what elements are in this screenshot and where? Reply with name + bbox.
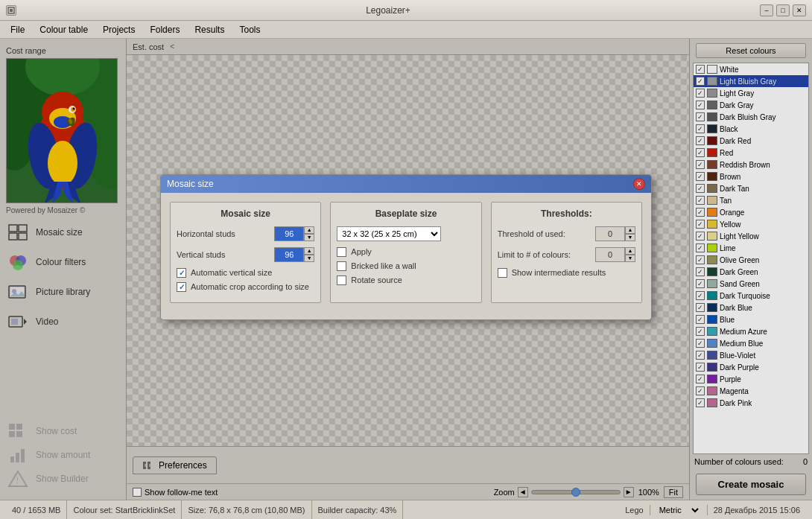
auto-vertical-label: Automatic vertical size <box>191 268 272 277</box>
modal-close-btn[interactable]: ✕ <box>633 178 645 190</box>
memory-value: 40 / 1653 MB <box>12 506 60 515</box>
capacity-status: Builder capacity: 43% <box>312 500 404 519</box>
vertical-label: Vertical studs <box>177 250 271 259</box>
modal-section-thresholds: Thresholds: Threshold of used: ▲ ▼ Limit <box>491 202 642 303</box>
minimize-btn[interactable]: – <box>760 4 773 16</box>
bricked-label: Bricked like a wall <box>351 261 416 270</box>
lego-value: Lego <box>625 506 649 515</box>
threshold-row: Threshold of used: ▲ ▼ <box>498 226 635 241</box>
vertical-spin[interactable]: ▲ ▼ <box>274 247 314 262</box>
limit-label: Limit to # of colours: <box>498 250 592 259</box>
threshold-field[interactable] <box>595 226 625 241</box>
limit-up[interactable]: ▲ <box>625 247 635 255</box>
bricked-cb[interactable] <box>337 261 346 271</box>
threshold-up[interactable]: ▲ <box>625 226 635 234</box>
modal-section-mosaic: Mosaic size Horizontal studs ▲ ▼ Vertica <box>170 202 321 303</box>
auto-crop-row[interactable]: Automatic crop according to size <box>177 282 314 292</box>
size-status: Size: 76,8 x 76,8 cm (10,80 MB) <box>182 500 311 519</box>
bricked-row[interactable]: Bricked like a wall <box>337 261 475 271</box>
datetime-value: 28 Декабрь 2015 15:06 <box>708 506 800 515</box>
limit-spin[interactable]: ▲ ▼ <box>595 247 635 262</box>
svg-rect-1 <box>10 9 13 12</box>
threshold-spin-btns: ▲ ▼ <box>625 226 635 241</box>
limit-spin-btns: ▲ ▼ <box>625 247 635 262</box>
title-bar: Legoaizer+ – □ ✕ <box>0 0 812 21</box>
auto-vertical-cb[interactable] <box>177 268 186 278</box>
horizontal-down[interactable]: ▼ <box>304 234 314 241</box>
threshold-label: Threshold of used: <box>498 229 592 238</box>
mosaic-size-dialog: Mosaic size ✕ Mosaic size Horizontal stu… <box>160 174 652 320</box>
modal-body: Mosaic size Horizontal studs ▲ ▼ Vertica <box>161 193 651 312</box>
auto-crop-cb[interactable] <box>177 282 186 292</box>
section2-title: Baseplate size <box>337 208 475 219</box>
horizontal-spin-btns: ▲ ▼ <box>304 226 314 241</box>
show-intermediate-cb[interactable] <box>498 268 507 278</box>
right-status: Lego Metric Imperial 28 Декабрь 2015 15:… <box>619 500 806 519</box>
close-btn[interactable]: ✕ <box>793 4 806 16</box>
metric-select[interactable]: Metric Imperial <box>656 505 701 515</box>
apply-row[interactable]: Apply <box>337 247 475 257</box>
memory-status: 40 / 1653 MB <box>6 500 67 519</box>
vertical-row: Vertical studs ▲ ▼ <box>177 247 314 262</box>
title-bar-icon <box>6 5 16 16</box>
rotate-cb[interactable] <box>337 276 346 285</box>
vertical-spin-btns: ▲ ▼ <box>304 247 314 262</box>
vertical-up[interactable]: ▲ <box>304 247 314 255</box>
limit-down[interactable]: ▼ <box>625 255 635 262</box>
limit-field[interactable] <box>595 247 625 262</box>
menu-colour-table[interactable]: Colour table <box>32 23 95 36</box>
section3-title: Thresholds: <box>498 208 635 219</box>
vertical-field[interactable] <box>274 247 304 262</box>
baseplate-select[interactable]: 32 x 32 (25 x 25 cm) 48 x 48 (38 x 38 cm… <box>337 226 441 241</box>
horizontal-spin[interactable]: ▲ ▼ <box>274 226 314 241</box>
horizontal-label: Horizontal studs <box>177 229 271 238</box>
modal-overlay: Mosaic size ✕ Mosaic size Horizontal stu… <box>0 39 812 500</box>
colour-set-value: Colour set: StartBricklinkSet <box>73 506 175 515</box>
show-intermediate-row[interactable]: Show intermediate results <box>498 268 635 278</box>
rotate-row[interactable]: Rotate source <box>337 276 475 285</box>
menu-tools[interactable]: Tools <box>232 23 267 36</box>
menu-file[interactable]: File <box>3 23 32 36</box>
horizontal-row: Horizontal studs ▲ ▼ <box>177 226 314 241</box>
section1-title: Mosaic size <box>177 208 314 219</box>
limit-row: Limit to # of colours: ▲ ▼ <box>498 247 635 262</box>
apply-cb[interactable] <box>337 247 346 257</box>
menu-bar: File Colour table Projects Folders Resul… <box>0 21 812 39</box>
baseplate-row: 32 x 32 (25 x 25 cm) 48 x 48 (38 x 38 cm… <box>337 226 475 241</box>
metric-value: Metric Imperial <box>650 505 708 515</box>
status-bar: 40 / 1653 MB Colour set: StartBricklinkS… <box>0 500 812 519</box>
vertical-down[interactable]: ▼ <box>304 255 314 262</box>
horizontal-field[interactable] <box>274 226 304 241</box>
menu-projects[interactable]: Projects <box>95 23 142 36</box>
show-intermediate-label: Show intermediate results <box>512 268 606 277</box>
modal-footer <box>161 312 651 319</box>
app-title: Legoaizer+ <box>366 5 410 16</box>
maximize-btn[interactable]: □ <box>776 4 790 16</box>
auto-vertical-row[interactable]: Automatic vertical size <box>177 268 314 278</box>
threshold-down[interactable]: ▼ <box>625 234 635 241</box>
capacity-value: Builder capacity: 43% <box>318 506 397 515</box>
modal-section-baseplate: Baseplate size 32 x 32 (25 x 25 cm) 48 x… <box>330 202 481 303</box>
apply-label: Apply <box>351 247 372 256</box>
horizontal-up[interactable]: ▲ <box>304 226 314 234</box>
size-value: Size: 76,8 x 76,8 cm (10,80 MB) <box>188 506 305 515</box>
rotate-label: Rotate source <box>351 276 402 284</box>
auto-crop-label: Automatic crop according to size <box>191 282 309 291</box>
colour-set-status: Colour set: StartBricklinkSet <box>67 500 182 519</box>
menu-folders[interactable]: Folders <box>142 23 187 36</box>
modal-title: Mosaic size <box>167 179 214 189</box>
modal-title-bar: Mosaic size ✕ <box>161 175 651 193</box>
threshold-spin[interactable]: ▲ ▼ <box>595 226 635 241</box>
menu-results[interactable]: Results <box>187 23 232 36</box>
